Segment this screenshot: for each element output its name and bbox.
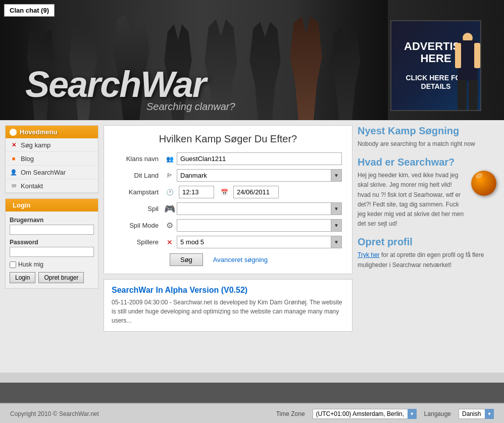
land-select[interactable]: Danmark	[177, 169, 342, 182]
login-section: Login Brugernavn Password Husk mig Login…	[5, 198, 98, 289]
kampstart-control: 🕐 📅	[165, 186, 342, 198]
login-header: Login	[6, 199, 98, 212]
username-field: Brugernavn	[6, 216, 98, 236]
blog-icon: ■	[10, 154, 18, 163]
land-label: Dit Land	[114, 172, 165, 179]
sidebar-item-blog[interactable]: ■ Blog	[6, 152, 98, 166]
password-label: Password	[10, 239, 94, 246]
spil-select[interactable]	[177, 202, 342, 215]
game-icon: 🎮	[165, 204, 175, 214]
mascot-image	[471, 171, 499, 198]
spil-mode-row: Spil Mode ⚙ ▼	[114, 219, 342, 232]
land-control: 🏳 Danmark ▼	[165, 169, 342, 182]
search-button[interactable]: Søg	[170, 253, 203, 266]
create-title: Opret profil	[358, 236, 499, 248]
language-select-wrap: Danish English ▼	[459, 409, 494, 419]
alpha-text: 05-11-2009 04:30:00 - Searchwar.net is d…	[112, 298, 344, 325]
time-input[interactable]	[179, 186, 214, 198]
land-row: Dit Land 🏳 Danmark ▼	[114, 169, 342, 182]
main-menu-section: Hovedmenu ✕ Søg kamp ■ Blog 👤 Om SearchW…	[5, 125, 98, 193]
advanced-search-link[interactable]: Avanceret søgning	[213, 256, 268, 263]
copyright: Copyright 2010 © SearchWar.net	[10, 410, 99, 417]
klans-input[interactable]	[177, 152, 342, 165]
footer: Copyright 2010 © SearchWar.net Time Zone…	[0, 403, 504, 423]
x-icon: ✕	[10, 141, 18, 149]
spil-label: Spil	[114, 205, 165, 213]
main-wrapper: Hovedmenu ✕ Søg kamp ■ Blog 👤 Om SearchW…	[0, 120, 504, 373]
username-input[interactable]	[10, 225, 94, 235]
timezone-select-wrap: (UTC+01:00) Amsterdam, Berlin, ▼	[313, 409, 417, 419]
clan-chat-button[interactable]: Clan chat (9)	[4, 4, 55, 17]
password-field: Password	[6, 238, 98, 258]
sidebar-item-kontakt[interactable]: ✉ Kontakt	[6, 179, 98, 193]
gear-icon: ⚙	[165, 221, 175, 231]
spil-control: 🎮 ▼	[165, 202, 342, 215]
newest-title: Nyest Kamp Søgning	[358, 125, 499, 137]
spillere-label: Spillere	[114, 238, 165, 246]
alpha-box: SearchWar In Alpha Version (V0.52) 05-11…	[104, 279, 352, 332]
content-area: Hovedmenu ✕ Søg kamp ■ Blog 👤 Om SearchW…	[0, 120, 504, 337]
time-part: 🕐	[165, 186, 214, 198]
search-btn-row: Søg Avanceret søgning	[114, 253, 342, 266]
spillere-row: Spillere ✕ 5 mod 5 ▼	[114, 236, 342, 248]
menu-icon	[10, 129, 17, 136]
what-text: Hej jeg heeder kim, ved ikke hvad jeg sk…	[358, 171, 466, 229]
create-text: Tryk her for at oprette din egen profil …	[358, 250, 499, 270]
login-button[interactable]: Login	[10, 272, 35, 283]
language-select[interactable]: Danish English	[459, 409, 494, 419]
login-buttons: Login Opret bruger	[6, 271, 98, 284]
mascot-row: Hej jeg heeder kim, ved ikke hvad jeg sk…	[358, 171, 499, 229]
main-menu-header: Hovedmenu	[6, 126, 98, 138]
newest-text: Nobody are searching for a match right n…	[358, 139, 499, 149]
right-panel: Nyest Kamp Søgning Nobody are searching …	[358, 125, 499, 332]
klans-control: 👥	[165, 152, 342, 165]
players-icon: ✕	[165, 237, 175, 247]
search-form: Hvilken Kamp Søger Du Efter? Klans navn …	[104, 125, 352, 274]
sidebar-item-soeg-kamp[interactable]: ✕ Søg kamp	[6, 138, 98, 152]
klans-row: Klans navn 👥	[114, 152, 342, 165]
create-profile-section: Opret profil Tryk her for at oprette din…	[358, 236, 499, 270]
timezone-select[interactable]: (UTC+01:00) Amsterdam, Berlin,	[313, 409, 417, 419]
spillere-select[interactable]: 5 mod 5	[177, 236, 342, 248]
spil-mode-select[interactable]	[177, 219, 342, 232]
mail-icon: ✉	[10, 182, 18, 190]
sidebar: Hovedmenu ✕ Søg kamp ■ Blog 👤 Om SearchW…	[5, 125, 98, 332]
tryk-her-link[interactable]: Tryk her	[358, 251, 380, 258]
site-subtitle: Searching clanwar?	[146, 101, 235, 113]
advertisement-box[interactable]: ADVERTISE HERE CLICK HERE FOR DETAILS	[390, 20, 481, 111]
sidebar-item-om[interactable]: 👤 Om SearchWar	[6, 166, 98, 179]
timezone-label: Time Zone	[276, 410, 305, 417]
calendar-icon: 📅	[219, 187, 229, 197]
clock-icon: 🕐	[165, 187, 175, 197]
what-title: Hvad er Searchwar?	[358, 156, 499, 168]
kampstart-row: Kampstart 🕐 📅	[114, 186, 342, 198]
user-icon: 👤	[10, 168, 18, 176]
remember-checkbox[interactable]	[10, 261, 16, 268]
date-input[interactable]	[233, 186, 279, 198]
newest-section: Nyest Kamp Søgning Nobody are searching …	[358, 125, 499, 149]
clan-icon: 👥	[165, 154, 175, 164]
klans-label: Klans navn	[114, 155, 165, 163]
spil-mode-control: ⚙ ▼	[165, 219, 342, 232]
spil-row: Spil 🎮 ▼	[114, 202, 342, 215]
mascot-ball	[471, 171, 496, 196]
flag-icon: 🏳	[165, 171, 175, 181]
password-input[interactable]	[10, 247, 94, 257]
spillere-control: ✕ 5 mod 5 ▼	[165, 236, 342, 248]
alpha-title: SearchWar In Alpha Version (V0.52)	[112, 286, 344, 295]
header: SearchWar Searching clanwar? Clan chat (…	[0, 0, 504, 120]
spil-mode-label: Spil Mode	[114, 222, 165, 229]
date-part: 📅	[219, 186, 279, 198]
username-label: Brugernavn	[10, 217, 94, 224]
remember-row: Husk mig	[6, 260, 98, 269]
what-section: Hvad er Searchwar? Hej jeg heeder kim, v…	[358, 156, 499, 229]
search-title: Hvilken Kamp Søger Du Efter?	[114, 133, 342, 145]
center-content: Hvilken Kamp Søger Du Efter? Klans navn …	[104, 125, 352, 332]
language-label: Langauge	[424, 410, 451, 417]
footer-right: Time Zone (UTC+01:00) Amsterdam, Berlin,…	[276, 409, 494, 419]
footer-bar	[0, 383, 504, 403]
kampstart-label: Kampstart	[114, 188, 165, 196]
register-button[interactable]: Opret bruger	[38, 272, 84, 283]
site-title: SearchWar	[25, 64, 206, 105]
